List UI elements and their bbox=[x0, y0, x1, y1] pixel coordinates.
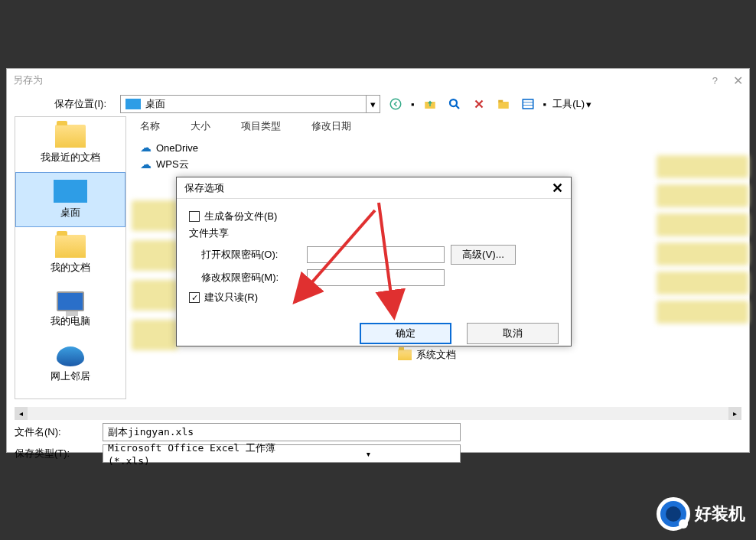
checkbox-unchecked[interactable] bbox=[189, 211, 200, 222]
up-folder-icon[interactable] bbox=[421, 95, 439, 113]
chevron-down-icon[interactable]: ▾ bbox=[366, 96, 380, 112]
open-password-input[interactable] bbox=[307, 246, 445, 263]
filetype-row: 保存类型(T): Microsoft Office Excel 工作薄(*.xl… bbox=[15, 444, 741, 463]
file-name: WPS云 bbox=[156, 158, 189, 171]
location-dropdown[interactable]: 桌面 ▾ bbox=[120, 95, 380, 113]
header-size[interactable]: 大小 bbox=[191, 119, 241, 133]
svg-rect-4 bbox=[498, 100, 503, 102]
sidebar-item-label: 桌面 bbox=[60, 206, 80, 220]
bottom-fields: ◂ ▸ 文件名(N): 保存类型(T): Microsoft Office Ex… bbox=[7, 399, 749, 470]
save-location-label: 保存位置(I): bbox=[15, 97, 114, 111]
header-date[interactable]: 修改日期 bbox=[311, 119, 382, 133]
chevron-down-icon: ▾ bbox=[586, 99, 591, 110]
open-password-label: 打开权限密码(O): bbox=[201, 248, 301, 262]
location-text: 桌面 bbox=[145, 97, 366, 111]
file-share-label: 文件共享 bbox=[189, 226, 559, 240]
cancel-button[interactable]: 取消 bbox=[467, 323, 559, 344]
computer-icon bbox=[57, 291, 84, 311]
save-options-dialog: 保存选项 ✕ 生成备份文件(B) 文件共享 打开权限密码(O): 高级(V)..… bbox=[176, 177, 572, 346]
sidebar-item-label: 我的电脑 bbox=[51, 314, 90, 328]
file-name: 系统文档 bbox=[416, 348, 456, 362]
network-icon bbox=[57, 346, 84, 366]
places-sidebar: 我最近的文档 桌面 我的文档 我的电脑 网上邻居 bbox=[15, 116, 126, 399]
file-name: OneDrive bbox=[156, 142, 198, 154]
filetype-label: 保存类型(T): bbox=[15, 447, 103, 460]
separator: ▪ bbox=[543, 99, 547, 110]
close-button[interactable]: ✕ bbox=[733, 73, 743, 88]
advanced-button[interactable]: 高级(V)... bbox=[451, 245, 516, 265]
sidebar-item-label: 我最近的文档 bbox=[41, 151, 100, 164]
delete-icon[interactable] bbox=[470, 95, 488, 113]
toolbar: 保存位置(I): 桌面 ▾ ▪ ▪ 工具(L) ▾ bbox=[7, 92, 749, 116]
filetype-value: Microsoft Office Excel 工作薄(*.xls) bbox=[108, 441, 282, 467]
cloud-icon: ☁ bbox=[140, 158, 152, 171]
sidebar-item-label: 网上邻居 bbox=[51, 369, 90, 383]
inner-titlebar: 保存选项 ✕ bbox=[177, 177, 571, 199]
ok-button[interactable]: 确定 bbox=[360, 323, 451, 344]
filename-label: 文件名(N): bbox=[15, 425, 103, 439]
backup-label: 生成备份文件(B) bbox=[204, 210, 277, 223]
desktop-icon bbox=[54, 180, 87, 203]
back-icon[interactable] bbox=[386, 95, 405, 113]
inner-body: 生成备份文件(B) 文件共享 打开权限密码(O): 高级(V)... 修改权限密… bbox=[177, 199, 571, 315]
open-password-row: 打开权限密码(O): 高级(V)... bbox=[201, 245, 559, 265]
sidebar-item-computer[interactable]: 我的电脑 bbox=[15, 282, 125, 337]
separator: ▪ bbox=[411, 99, 415, 110]
sidebar-item-recent[interactable]: 我最近的文档 bbox=[15, 117, 125, 172]
desktop-icon bbox=[125, 99, 141, 109]
folder-icon bbox=[55, 235, 86, 258]
inner-dialog-title: 保存选项 bbox=[184, 181, 552, 195]
dialog-buttons: 确定 取消 bbox=[177, 315, 571, 344]
logo-icon bbox=[657, 497, 690, 531]
header-name[interactable]: 名称 bbox=[140, 119, 191, 133]
cloud-icon: ☁ bbox=[140, 141, 152, 155]
sidebar-item-network[interactable]: 网上邻居 bbox=[15, 337, 125, 392]
readonly-label: 建议只读(R) bbox=[204, 291, 258, 304]
new-folder-icon[interactable] bbox=[494, 95, 513, 113]
view-icon[interactable] bbox=[519, 95, 537, 113]
scroll-right-arrow[interactable]: ▸ bbox=[728, 407, 741, 420]
checkbox-checked[interactable]: ✓ bbox=[189, 292, 200, 303]
tools-dropdown[interactable]: 工具(L) ▾ bbox=[552, 97, 591, 111]
horizontal-scrollbar[interactable]: ◂ ▸ bbox=[15, 407, 741, 420]
filename-input[interactable] bbox=[103, 423, 461, 441]
svg-point-0 bbox=[390, 99, 401, 109]
scroll-left-arrow[interactable]: ◂ bbox=[15, 407, 28, 420]
inner-close-button[interactable]: ✕ bbox=[552, 180, 563, 197]
watermark-text: 好装机 bbox=[695, 503, 745, 525]
backup-checkbox-row[interactable]: 生成备份文件(B) bbox=[189, 210, 559, 223]
search-icon[interactable] bbox=[445, 95, 464, 113]
svg-rect-3 bbox=[498, 102, 509, 109]
modify-password-label: 修改权限密码(M): bbox=[201, 271, 301, 285]
header-type[interactable]: 项目类型 bbox=[241, 119, 311, 133]
help-button[interactable]: ? bbox=[712, 75, 718, 86]
folder-icon bbox=[398, 350, 412, 360]
file-row-sysfolder[interactable]: 系统文档 bbox=[398, 348, 456, 362]
dialog-title: 另存为 bbox=[13, 73, 712, 87]
modify-password-row: 修改权限密码(M): bbox=[201, 269, 559, 286]
watermark-logo: 好装机 bbox=[657, 497, 745, 531]
chevron-down-icon: ▾ bbox=[282, 448, 455, 460]
column-headers: 名称 大小 项目类型 修改日期 bbox=[134, 116, 749, 139]
filetype-dropdown[interactable]: Microsoft Office Excel 工作薄(*.xls) ▾ bbox=[103, 444, 461, 463]
titlebar: 另存为 ? ✕ bbox=[7, 69, 749, 92]
filename-row: 文件名(N): bbox=[15, 423, 741, 441]
sidebar-item-documents[interactable]: 我的文档 bbox=[15, 227, 125, 282]
sidebar-item-label: 我的文档 bbox=[51, 261, 90, 275]
sidebar-item-desktop[interactable]: 桌面 bbox=[15, 172, 125, 227]
svg-rect-5 bbox=[523, 99, 533, 109]
modify-password-input[interactable] bbox=[307, 269, 445, 286]
folder-icon bbox=[55, 125, 86, 148]
blurred-content bbox=[657, 149, 748, 330]
blurred-content bbox=[132, 191, 178, 359]
readonly-checkbox-row[interactable]: ✓ 建议只读(R) bbox=[189, 291, 559, 304]
